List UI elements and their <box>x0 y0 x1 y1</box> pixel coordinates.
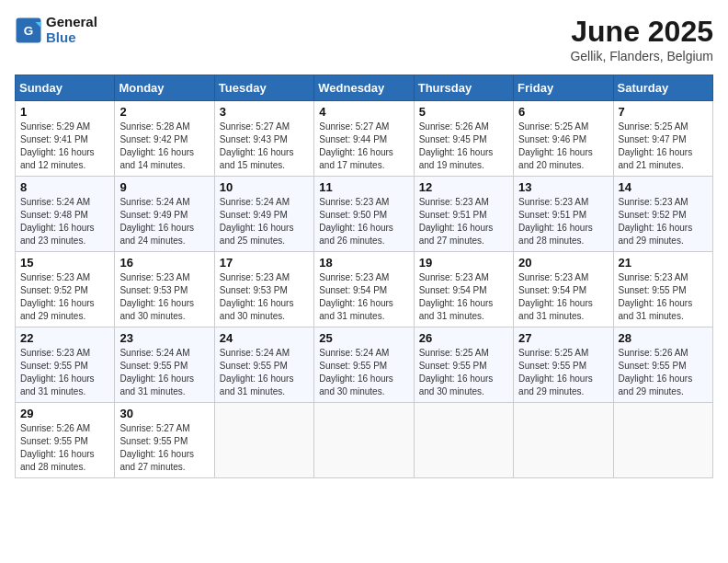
calendar-cell <box>214 403 313 478</box>
day-number: 12 <box>419 180 508 194</box>
calendar-cell: 14 Sunrise: 5:23 AMSunset: 9:52 PMDaylig… <box>613 177 712 252</box>
calendar-cell: 12 Sunrise: 5:23 AMSunset: 9:51 PMDaylig… <box>414 177 513 252</box>
day-number: 14 <box>619 180 708 194</box>
day-number: 10 <box>220 180 309 194</box>
logo-general-text: General <box>46 15 97 30</box>
day-info: Sunrise: 5:29 AMSunset: 9:41 PMDaylight:… <box>20 121 95 170</box>
calendar-cell: 26 Sunrise: 5:25 AMSunset: 9:55 PMDaylig… <box>414 327 513 403</box>
day-number: 20 <box>518 256 608 270</box>
calendar-cell <box>414 403 513 478</box>
header-monday: Monday <box>115 75 214 101</box>
calendar-cell: 1 Sunrise: 5:29 AMSunset: 9:41 PMDayligh… <box>16 101 115 177</box>
calendar-cell: 5 Sunrise: 5:26 AMSunset: 9:45 PMDayligh… <box>414 101 513 177</box>
day-number: 7 <box>619 105 708 119</box>
calendar-cell: 17 Sunrise: 5:23 AMSunset: 9:53 PMDaylig… <box>214 252 313 327</box>
day-info: Sunrise: 5:24 AMSunset: 9:55 PMDaylight:… <box>319 348 393 396</box>
day-info: Sunrise: 5:24 AMSunset: 9:55 PMDaylight:… <box>220 348 294 396</box>
day-info: Sunrise: 5:27 AMSunset: 9:55 PMDaylight:… <box>119 423 194 472</box>
day-number: 6 <box>518 105 608 119</box>
day-number: 21 <box>619 256 708 270</box>
header-wednesday: Wednesday <box>314 75 414 101</box>
calendar-week-row: 15 Sunrise: 5:23 AMSunset: 9:52 PMDaylig… <box>16 252 713 327</box>
calendar-cell: 18 Sunrise: 5:23 AMSunset: 9:54 PMDaylig… <box>314 252 414 327</box>
day-number: 1 <box>20 105 109 119</box>
calendar-cell: 28 Sunrise: 5:26 AMSunset: 9:55 PMDaylig… <box>613 327 712 403</box>
day-info: Sunrise: 5:27 AMSunset: 9:43 PMDaylight:… <box>220 121 294 170</box>
calendar-cell: 7 Sunrise: 5:25 AMSunset: 9:47 PMDayligh… <box>613 101 712 177</box>
day-number: 11 <box>319 180 408 194</box>
day-info: Sunrise: 5:25 AMSunset: 9:55 PMDaylight:… <box>419 348 494 396</box>
day-number: 4 <box>319 105 408 119</box>
day-number: 23 <box>119 331 209 345</box>
day-info: Sunrise: 5:24 AMSunset: 9:48 PMDaylight:… <box>20 197 95 246</box>
calendar-cell <box>613 403 712 478</box>
calendar-cell: 27 Sunrise: 5:25 AMSunset: 9:55 PMDaylig… <box>514 327 613 403</box>
location-title: Gellik, Flanders, Belgium <box>570 49 713 63</box>
calendar-cell: 19 Sunrise: 5:23 AMSunset: 9:54 PMDaylig… <box>414 252 513 327</box>
day-number: 18 <box>319 256 408 270</box>
day-info: Sunrise: 5:24 AMSunset: 9:49 PMDaylight:… <box>119 197 194 246</box>
day-number: 29 <box>20 407 109 420</box>
day-info: Sunrise: 5:23 AMSunset: 9:55 PMDaylight:… <box>20 348 95 396</box>
day-number: 17 <box>220 256 309 270</box>
day-number: 15 <box>20 256 109 270</box>
day-number: 19 <box>419 256 508 270</box>
calendar-week-row: 22 Sunrise: 5:23 AMSunset: 9:55 PMDaylig… <box>16 327 713 403</box>
calendar-cell: 11 Sunrise: 5:23 AMSunset: 9:50 PMDaylig… <box>314 177 414 252</box>
day-number: 3 <box>220 105 309 119</box>
day-number: 30 <box>119 407 209 420</box>
day-number: 22 <box>20 331 109 345</box>
header-saturday: Saturday <box>613 75 712 101</box>
calendar-cell: 16 Sunrise: 5:23 AMSunset: 9:53 PMDaylig… <box>115 252 214 327</box>
calendar-cell: 24 Sunrise: 5:24 AMSunset: 9:55 PMDaylig… <box>214 327 313 403</box>
day-info: Sunrise: 5:23 AMSunset: 9:51 PMDaylight:… <box>419 197 494 246</box>
day-number: 8 <box>20 180 109 194</box>
calendar-cell: 25 Sunrise: 5:24 AMSunset: 9:55 PMDaylig… <box>314 327 414 403</box>
day-info: Sunrise: 5:25 AMSunset: 9:55 PMDaylight:… <box>518 348 593 396</box>
day-number: 2 <box>119 105 209 119</box>
calendar-cell: 9 Sunrise: 5:24 AMSunset: 9:49 PMDayligh… <box>115 177 214 252</box>
calendar-cell: 20 Sunrise: 5:23 AMSunset: 9:54 PMDaylig… <box>514 252 613 327</box>
day-info: Sunrise: 5:24 AMSunset: 9:55 PMDaylight:… <box>119 348 194 396</box>
day-number: 25 <box>319 331 408 345</box>
day-info: Sunrise: 5:25 AMSunset: 9:46 PMDaylight:… <box>518 121 593 170</box>
calendar-table: Sunday Monday Tuesday Wednesday Thursday… <box>15 75 713 478</box>
day-info: Sunrise: 5:23 AMSunset: 9:54 PMDaylight:… <box>419 272 494 321</box>
header-friday: Friday <box>514 75 613 101</box>
calendar-cell: 23 Sunrise: 5:24 AMSunset: 9:55 PMDaylig… <box>115 327 214 403</box>
day-number: 27 <box>518 331 608 345</box>
day-info: Sunrise: 5:28 AMSunset: 9:42 PMDaylight:… <box>119 121 194 170</box>
day-info: Sunrise: 5:26 AMSunset: 9:55 PMDaylight:… <box>619 348 693 396</box>
day-number: 13 <box>518 180 608 194</box>
calendar-cell <box>514 403 613 478</box>
calendar-cell: 2 Sunrise: 5:28 AMSunset: 9:42 PMDayligh… <box>115 101 214 177</box>
header-tuesday: Tuesday <box>214 75 313 101</box>
day-number: 24 <box>220 331 309 345</box>
calendar-cell: 30 Sunrise: 5:27 AMSunset: 9:55 PMDaylig… <box>115 403 214 478</box>
day-info: Sunrise: 5:23 AMSunset: 9:54 PMDaylight:… <box>319 272 393 321</box>
calendar-cell <box>314 403 414 478</box>
day-info: Sunrise: 5:23 AMSunset: 9:51 PMDaylight:… <box>518 197 593 246</box>
calendar-week-row: 8 Sunrise: 5:24 AMSunset: 9:48 PMDayligh… <box>16 177 713 252</box>
day-info: Sunrise: 5:23 AMSunset: 9:54 PMDaylight:… <box>518 272 593 321</box>
day-number: 26 <box>419 331 508 345</box>
day-info: Sunrise: 5:24 AMSunset: 9:49 PMDaylight:… <box>220 197 294 246</box>
day-info: Sunrise: 5:23 AMSunset: 9:53 PMDaylight:… <box>220 272 294 321</box>
day-info: Sunrise: 5:25 AMSunset: 9:47 PMDaylight:… <box>619 121 693 170</box>
logo-icon: G <box>15 17 42 44</box>
day-info: Sunrise: 5:23 AMSunset: 9:55 PMDaylight:… <box>619 272 693 321</box>
day-info: Sunrise: 5:27 AMSunset: 9:44 PMDaylight:… <box>319 121 393 170</box>
calendar-cell: 15 Sunrise: 5:23 AMSunset: 9:52 PMDaylig… <box>16 252 115 327</box>
header-thursday: Thursday <box>414 75 513 101</box>
calendar-cell: 22 Sunrise: 5:23 AMSunset: 9:55 PMDaylig… <box>16 327 115 403</box>
day-info: Sunrise: 5:23 AMSunset: 9:52 PMDaylight:… <box>20 272 95 321</box>
days-header-row: Sunday Monday Tuesday Wednesday Thursday… <box>16 75 713 101</box>
calendar-cell: 4 Sunrise: 5:27 AMSunset: 9:44 PMDayligh… <box>314 101 414 177</box>
logo-blue-text: Blue <box>46 30 97 46</box>
day-number: 9 <box>119 180 209 194</box>
month-title: June 2025 <box>570 15 713 49</box>
calendar-cell: 3 Sunrise: 5:27 AMSunset: 9:43 PMDayligh… <box>214 101 313 177</box>
header: G General Blue June 2025 Gellik, Flander… <box>15 15 713 63</box>
calendar-cell: 8 Sunrise: 5:24 AMSunset: 9:48 PMDayligh… <box>16 177 115 252</box>
day-number: 16 <box>119 256 209 270</box>
